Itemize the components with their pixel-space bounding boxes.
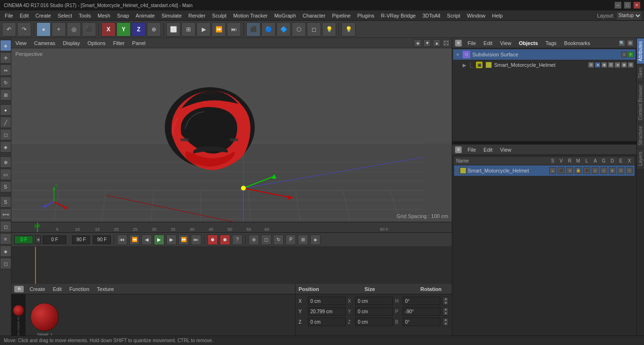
size-x-input[interactable] [355,297,393,305]
create-deformer-button[interactable]: 🔷 [277,22,291,36]
tool-mirror[interactable]: S [0,196,11,208]
record-all-btn[interactable]: ⏺ [220,235,230,245]
frame-down-btn[interactable]: ◀ [35,236,41,244]
om-menu-view[interactable]: View [498,39,513,47]
tool-model-polys[interactable]: ◻ [0,129,11,140]
current-frame-field[interactable]: 0 F [14,236,33,244]
tab-layers[interactable]: Layers [637,148,644,169]
mat-menu-create[interactable]: Create [27,285,47,293]
create-camera-button[interactable]: ◻ [307,22,321,36]
menu-snap[interactable]: Snap [114,12,132,19]
tab-content-browser[interactable]: Content Browser [637,82,644,123]
om-vis-subdivision[interactable]: S [621,52,627,57]
viewport-3d[interactable]: Perspective Grid Spacing : 100 cm [11,48,452,222]
mm-menu-edit[interactable]: Edit [482,146,494,154]
mm-icon-m[interactable]: 🔒 [575,167,581,174]
menu-tools[interactable]: Tools [76,12,94,19]
tab-attributes[interactable]: Attributes [637,38,644,64]
mm-icon-e[interactable]: ☰ [617,167,624,174]
tangent-btn[interactable]: ↻ [273,235,284,245]
menu-script[interactable]: Script [444,12,463,19]
path-btn[interactable]: P [286,235,296,245]
menu-vray[interactable]: R-VRay Bridge [378,12,419,19]
mm-menu-file[interactable]: File [465,146,478,154]
tool-move[interactable]: ✛ [0,52,11,64]
tool-scale[interactable]: ⇔ [0,64,11,76]
rot-b-input[interactable] [402,318,440,326]
record-btn[interactable]: ⏺ [207,235,218,245]
menu-pipeline[interactable]: Pipeline [329,12,353,19]
material-sphere-1[interactable] [30,303,59,331]
menu-animate[interactable]: Animate [133,12,158,19]
menu-simulate[interactable]: Simulate [159,12,185,19]
create-nurbs-button[interactable]: 🔵 [261,22,276,36]
menu-motion-tracker[interactable]: Motion Tracker [230,12,270,19]
mm-icon-d[interactable]: ◉ [609,167,616,174]
menu-sculpt[interactable]: Sculpt [209,12,230,19]
vp-ctrl-3[interactable]: ▲ [433,39,440,47]
vp-menu-options[interactable]: Options [86,39,107,47]
om-tag-2[interactable]: ◈ [595,62,600,68]
vp-menu-view[interactable]: View [13,39,28,47]
om-expand-helmet[interactable]: ▶ [463,63,468,68]
mm-icon-x[interactable]: ✕ [626,167,633,174]
rot-b-spin[interactable]: ▲▼ [442,318,449,326]
menu-3dtoall[interactable]: 3DToAll [420,12,443,19]
layout-4view-button[interactable]: ⊞ [181,22,196,36]
close-button[interactable]: ✕ [634,2,640,9]
layout-select[interactable]: Startup [616,11,642,20]
om-row-subdivision[interactable]: ▼ ⬡ Subdivision Surface S ✓ [453,49,635,60]
om-settings-btn[interactable]: ⚙ [627,40,634,46]
end-frame-field[interactable]: 90 F [72,236,90,244]
mm-icon-l[interactable]: ⬛ [583,167,590,174]
mm-row-helmet[interactable]: Smart_Motorcycle_Helmet ● ⬛ ◈ 🔒 ⬛ A G ◉ … [454,165,635,176]
axis-y-button[interactable]: Y [116,22,131,36]
tab-structure[interactable]: Structure [637,123,644,148]
tool-model-points[interactable]: ● [0,104,11,116]
tool-materials-lt[interactable]: ◈ [0,245,11,257]
key-mode-btn[interactable]: ◻ [261,235,271,245]
rot-p-spin[interactable]: ▲▼ [442,307,449,316]
menu-create[interactable]: Create [33,12,54,19]
mm-icon-v[interactable]: ⬛ [558,167,564,174]
rot-h-spin[interactable]: ▲▼ [442,297,449,305]
timeline-track[interactable] [11,247,452,284]
snap-anim-btn[interactable]: ⊕ [249,235,259,245]
tool-rotate[interactable]: ↻ [0,77,11,88]
goto-start-btn[interactable]: ⏮ [117,235,127,245]
om-menu-objects[interactable]: Objects [517,39,540,47]
motion-btn[interactable]: ⊞ [298,235,308,245]
mat-menu-edit[interactable]: Edit [51,285,63,293]
tool-model-edges[interactable]: ╱ [0,117,11,128]
tool-misc[interactable]: ◻ [0,258,11,269]
om-menu-file[interactable]: File [465,39,478,47]
prev-frame-btn[interactable]: ⏪ [129,235,140,245]
vp-ctrl-1[interactable]: ◈ [414,39,421,47]
axis-world-button[interactable]: ⊕ [147,22,161,36]
mm-icon-g[interactable]: G [600,167,607,174]
axis-z-button[interactable]: Z [132,22,146,36]
rot-h-input[interactable] [402,297,440,305]
tool-model-uvw[interactable]: ◈ [0,141,11,153]
om-tag-7[interactable]: ⚙ [628,62,634,68]
mat-menu-texture[interactable]: Texture [95,285,116,293]
om-tag-5[interactable]: ◈ [615,62,620,68]
tool-measure[interactable]: ⟺ [0,209,11,220]
mode-model-button[interactable]: ● [36,22,51,36]
menu-help[interactable]: Help [489,12,506,19]
om-tag-6[interactable]: ◉ [621,62,627,68]
menu-select[interactable]: Select [55,12,75,19]
end-frame-field2[interactable]: 90 F [93,236,111,244]
om-row-helmet[interactable]: ▶ ⬛ Smart_Motorcycle_Helmet ⚙ ◈ ◉ ☰ ◈ ◉ … [453,60,635,70]
create-cube-button[interactable]: ⬛ [246,22,260,36]
render-region-button[interactable]: ⏩ [212,22,226,36]
viewport[interactable]: View Cameras Display Options Filter Pane… [11,38,452,222]
om-tag-3[interactable]: ◉ [601,62,607,68]
prev-key-btn[interactable]: ◀ [142,235,152,245]
layout-play-button[interactable]: ▶ [197,22,211,36]
vp-menu-filter[interactable]: Filter [111,39,126,47]
mode-texture-button[interactable]: + [52,22,66,36]
tool-floor[interactable]: ▭ [0,169,11,180]
om-expand-subdivision[interactable]: ▼ [455,52,461,57]
rot-p-input[interactable] [402,307,440,316]
